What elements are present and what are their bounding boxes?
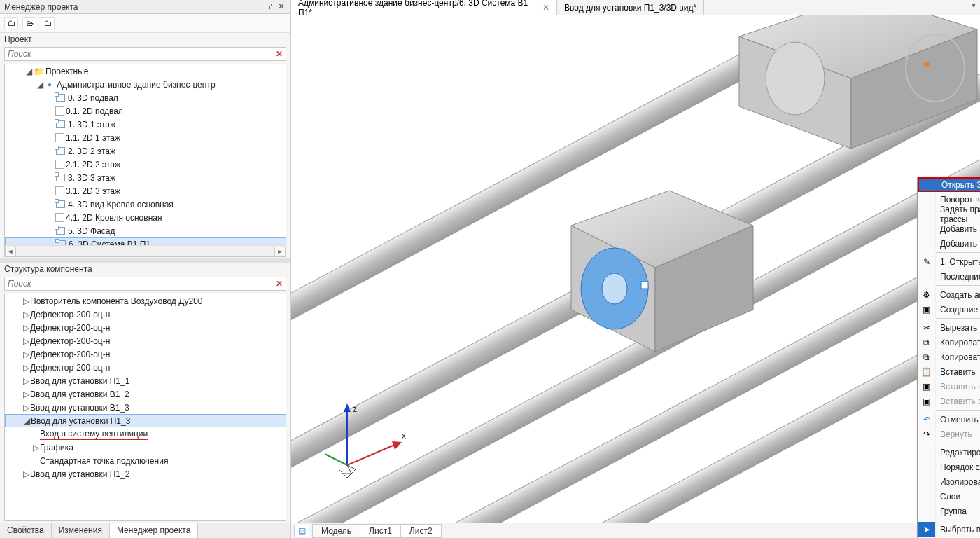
- tab-changes[interactable]: Изменения: [52, 523, 110, 538]
- layout-icon[interactable]: ▤: [294, 525, 309, 537]
- expand-icon[interactable]: ▷: [22, 336, 30, 346]
- tab-properties[interactable]: Свойства: [0, 523, 52, 538]
- expand-icon[interactable]: ▷: [22, 469, 30, 479]
- tree-row[interactable]: ◢ Административное здание бизнес-центр: [5, 78, 286, 91]
- tree-row[interactable]: 4. 3D вид Кровля основная: [5, 198, 286, 211]
- ctx-create-analog[interactable]: ⚙Создать аналог: [918, 287, 980, 302]
- scroll-left-icon[interactable]: ◄: [5, 247, 16, 256]
- tabs-overflow-icon[interactable]: ▾: [967, 0, 980, 15]
- tree-row[interactable]: 5. 3D Фасад: [5, 224, 286, 237]
- tree-row[interactable]: 1. 3D 1 этаж: [5, 118, 286, 131]
- search-input[interactable]: [5, 49, 273, 59]
- cube-icon: [56, 227, 65, 235]
- page-icon: [55, 213, 64, 222]
- page-icon: [55, 106, 64, 116]
- ctx-add-leader[interactable]: Добавить выноску: [918, 236, 980, 251]
- collapse-icon[interactable]: ◢: [24, 67, 33, 76]
- ctx-copy-base[interactable]: ⧉Копировать с базовой точкой: [918, 350, 980, 364]
- tree-row[interactable]: ▷Дефлектор-200-оц-н: [5, 321, 286, 334]
- h-scrollbar[interactable]: ◄ ►: [5, 245, 286, 256]
- project-tree[interactable]: ◢ Проектные ◢ Административное здание би…: [4, 64, 286, 257]
- expand-icon[interactable]: ▷: [31, 443, 40, 453]
- tree-row[interactable]: 3. 3D 3 этаж: [5, 171, 286, 184]
- tab-project-manager[interactable]: Менеджер проекта: [110, 523, 199, 538]
- ctx-recent-commands[interactable]: Последние команды▶: [918, 269, 980, 284]
- tree-row[interactable]: 0.1. 2D подвал: [5, 104, 286, 118]
- delete-folder-icon[interactable]: 🗀: [41, 17, 55, 29]
- open-folder-icon[interactable]: 🗁: [22, 17, 36, 29]
- block-icon: ▣: [918, 302, 936, 317]
- doc-tab[interactable]: Ввод для установки П1_3/3D вид*: [557, 0, 704, 15]
- view-tab-sheet2[interactable]: Лист2: [400, 524, 442, 538]
- component-structure-tree[interactable]: ▷Повторитель компонента Воздуховод Ду200…: [4, 294, 286, 521]
- scroll-right-icon[interactable]: ►: [274, 247, 286, 256]
- collapse-icon[interactable]: ◢: [36, 80, 44, 90]
- tree-label: 1.1. 2D 1 этаж: [66, 133, 120, 143]
- paste-coord-icon: ▣: [918, 394, 936, 408]
- search-input[interactable]: [5, 279, 273, 289]
- tree-row[interactable]: Стандартная точка подключения: [5, 454, 286, 467]
- expand-icon[interactable]: ▷: [22, 363, 30, 373]
- tree-row[interactable]: ▷Ввод для установки П1_1: [5, 374, 286, 387]
- new-folder-icon[interactable]: 🗀: [4, 17, 18, 29]
- tree-row[interactable]: 4.1. 2D Кровля основная: [5, 211, 286, 224]
- tree-row[interactable]: ▷Ввод для установки П1_2: [5, 467, 286, 481]
- tree-row[interactable]: ▷Графика: [5, 441, 286, 454]
- expand-icon[interactable]: ▷: [22, 376, 30, 386]
- tree-row[interactable]: ▷Ввод для установки В1_2: [5, 387, 286, 401]
- tree-row[interactable]: ▷Повторитель компонента Воздуховод Ду200: [5, 294, 286, 308]
- view-tab-model[interactable]: Модель: [312, 524, 360, 538]
- 3d-viewport[interactable]: z x: [291, 15, 980, 523]
- ctx-add-ugo[interactable]: Добавить УГО: [918, 221, 980, 236]
- ctx-copy[interactable]: ⧉Копировать: [918, 335, 980, 350]
- tree-row[interactable]: ▷Дефлектор-200-оц-н: [5, 347, 286, 361]
- expand-icon[interactable]: ▷: [22, 403, 30, 413]
- ctx-undo[interactable]: ↶Отменить: [918, 412, 980, 427]
- ctx-editing[interactable]: Редактирование▶: [918, 445, 980, 460]
- tree-row[interactable]: 0. 3D подвал: [5, 91, 286, 104]
- collapse-icon[interactable]: ◢: [22, 416, 31, 426]
- ctx-cut[interactable]: ✂Вырезать: [918, 320, 980, 335]
- expand-icon[interactable]: ▷: [22, 296, 30, 306]
- tree-row[interactable]: 1.1. 2D 1 этаж: [5, 131, 286, 144]
- tree-row[interactable]: 3.1. 2D 3 этаж: [5, 184, 286, 198]
- ctx-paste[interactable]: 📋Вставить: [918, 364, 980, 379]
- clear-search-icon[interactable]: ✕: [273, 49, 286, 59]
- expand-icon[interactable]: ▷: [22, 310, 30, 319]
- ctx-layers[interactable]: Слои▶: [918, 489, 980, 504]
- clear-search-icon[interactable]: ✕: [273, 279, 286, 289]
- tree-row[interactable]: Вход в систему вентиляции: [5, 427, 286, 441]
- doc-tab[interactable]: Административное здание бизнес-центр/6. …: [291, 0, 557, 15]
- ctx-recent-1[interactable]: ✎1. Открыть 3D вид: [918, 254, 980, 269]
- tree-label: Ввод для установки В1_3: [30, 403, 130, 413]
- svg-marker-18: [344, 404, 351, 412]
- tree-label: 0. 3D подвал: [68, 93, 118, 103]
- tree-label: Дефлектор-200-оц-н: [30, 323, 110, 333]
- tree-row[interactable]: ◢ Проектные: [5, 64, 286, 78]
- close-icon[interactable]: ✕: [542, 3, 550, 13]
- expand-icon[interactable]: ▷: [22, 350, 30, 359]
- tree-row[interactable]: ▷Ввод для установки В1_3: [5, 401, 286, 414]
- ctx-select-all[interactable]: ➤Выбрать все: [918, 522, 980, 537]
- close-icon[interactable]: ✕: [276, 2, 286, 12]
- expand-icon[interactable]: ▷: [22, 389, 30, 399]
- tree-row[interactable]: 2.1. 2D 2 этаж: [5, 158, 286, 171]
- ctx-repeat-rule[interactable]: Задать правило повторения вдоль оси трас…: [918, 207, 980, 221]
- bullet-icon: [44, 79, 55, 90]
- tree-label: 3.1. 2D 3 этаж: [66, 186, 120, 196]
- tree-row[interactable]: 2. 3D 2 этаж: [5, 144, 286, 158]
- svg-marker-24: [339, 465, 356, 478]
- ctx-create-block[interactable]: ▣Создание блока...: [918, 302, 980, 317]
- pin-icon[interactable]: ⫯: [265, 2, 275, 12]
- expand-icon[interactable]: ▷: [22, 323, 30, 333]
- ctx-open-3d-view[interactable]: Открыть 3D вид: [918, 177, 980, 192]
- view-tab-sheet1[interactable]: Лист1: [360, 524, 401, 538]
- ctx-group[interactable]: Группа▶: [918, 504, 980, 518]
- tree-row[interactable]: ▷Дефлектор-200-оц-н: [5, 308, 286, 321]
- panel-toolbar: 🗀 🗁 🗀: [0, 14, 290, 33]
- ctx-isolate[interactable]: Изолировать▶: [918, 474, 980, 489]
- tree-row-selected[interactable]: ◢Ввод для установки П1_3: [5, 414, 286, 427]
- tree-row[interactable]: ▷Дефлектор-200-оц-н: [5, 334, 286, 347]
- ctx-order[interactable]: Порядок следования▶: [918, 460, 980, 474]
- tree-row[interactable]: ▷Дефлектор-200-оц-н: [5, 361, 286, 374]
